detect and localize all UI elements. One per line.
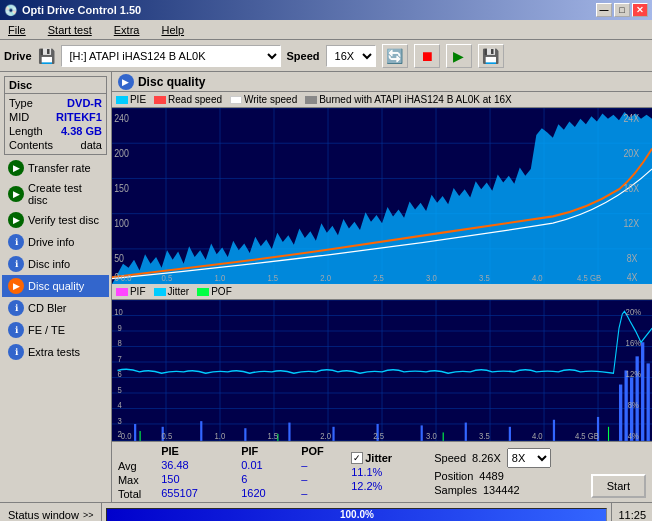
svg-text:100: 100 xyxy=(114,217,129,229)
menu-bar: File Start test Extra Help xyxy=(0,20,652,40)
refresh-button[interactable]: 🔄 xyxy=(382,44,408,68)
legend-burned-label: Burned with ATAPI iHAS124 B AL0K at 16X xyxy=(319,94,512,105)
legend-pie-label: PIE xyxy=(130,94,146,105)
legend-burned: Burned with ATAPI iHAS124 B AL0K at 16X xyxy=(305,94,512,105)
bottom-chart-svg: 10 9 8 7 6 5 4 3 2 20% 16% 12% 8% 4% xyxy=(112,300,652,441)
minimize-button[interactable]: — xyxy=(596,3,612,17)
legend-write-speed: Write speed xyxy=(230,94,297,105)
svg-rect-72 xyxy=(641,342,644,441)
sidebar-item-extra-tests[interactable]: ℹ Extra tests xyxy=(2,341,109,363)
svg-text:12%: 12% xyxy=(626,369,642,380)
menu-starttest[interactable]: Start test xyxy=(42,22,98,38)
pof-total: – xyxy=(301,487,331,499)
sidebar-item-cd-bler[interactable]: ℹ CD Bler xyxy=(2,297,109,319)
legend-jitter-label: Jitter xyxy=(168,286,190,297)
save-button[interactable]: 💾 xyxy=(478,44,504,68)
app-title: Opti Drive Control 1.50 xyxy=(22,4,141,16)
svg-text:3.0: 3.0 xyxy=(426,273,437,284)
close-button[interactable]: ✕ xyxy=(632,3,648,17)
pof-max: – xyxy=(301,473,331,485)
sidebar-item-drive-info[interactable]: ℹ Drive info xyxy=(2,231,109,253)
sidebar-item-fe-te[interactable]: ℹ FE / TE xyxy=(2,319,109,341)
svg-text:4: 4 xyxy=(117,400,121,411)
disc-contents-label: Contents xyxy=(9,139,53,151)
content-area: ▶ Disc quality PIE Read speed Write spee… xyxy=(112,72,652,502)
stats-jitter-col: ✓ Jitter 11.1% 12.2% xyxy=(351,452,406,492)
svg-text:4%: 4% xyxy=(628,431,639,441)
disc-length-value: 4.38 GB xyxy=(61,125,102,137)
svg-text:2.0: 2.0 xyxy=(320,273,331,284)
extra-tests-icon: ℹ xyxy=(8,344,24,360)
disc-info-icon: ℹ xyxy=(8,256,24,272)
jitter-checkbox[interactable]: ✓ xyxy=(351,452,363,464)
svg-text:8X: 8X xyxy=(627,253,638,265)
sidebar-item-verify-test-disc[interactable]: ▶ Verify test disc xyxy=(2,209,109,231)
sidebar: Disc Type DVD-R MID RITEKF1 Length 4.38 … xyxy=(0,72,112,502)
svg-rect-68 xyxy=(619,385,622,441)
disc-type-label: Type xyxy=(9,97,33,109)
stats-total-label: Total xyxy=(118,488,141,500)
svg-text:1.5: 1.5 xyxy=(267,273,278,284)
sidebar-item-create-test-disc[interactable]: ▶ Create test disc xyxy=(2,179,109,209)
pie-avg: 36.48 xyxy=(161,459,221,471)
verify-test-icon: ▶ xyxy=(8,212,24,228)
svg-text:0: 0 xyxy=(114,272,119,284)
svg-text:50: 50 xyxy=(114,253,124,265)
svg-rect-66 xyxy=(553,420,555,441)
pof-header: POF xyxy=(301,445,331,457)
legend-pof-color xyxy=(197,288,209,296)
svg-text:200: 200 xyxy=(114,147,129,159)
svg-text:1.0: 1.0 xyxy=(214,431,225,441)
play-button[interactable]: ▶ xyxy=(446,44,472,68)
top-chart-svg: 240 200 150 100 50 0 24X 20X 16X 12X 8X … xyxy=(112,108,652,284)
sidebar-item-disc-info[interactable]: ℹ Disc info xyxy=(2,253,109,275)
legend-pie-color xyxy=(116,96,128,104)
svg-rect-59 xyxy=(244,428,246,441)
disc-row-contents: Contents data xyxy=(9,138,102,152)
svg-text:2.0: 2.0 xyxy=(320,431,331,441)
drive-icon: 💾 xyxy=(38,48,55,64)
legend-read-color xyxy=(154,96,166,104)
fe-te-label: FE / TE xyxy=(28,324,65,336)
stats-pof-col: POF – – – xyxy=(301,445,331,499)
svg-text:0.0: 0.0 xyxy=(121,273,132,284)
maximize-button[interactable]: □ xyxy=(614,3,630,17)
legend-pof-label: POF xyxy=(211,286,232,297)
svg-text:8: 8 xyxy=(117,338,121,349)
stop-button[interactable]: ⏹ xyxy=(414,44,440,68)
content-header-icon: ▶ xyxy=(118,74,134,90)
pif-avg: 0.01 xyxy=(241,459,281,471)
disc-mid-label: MID xyxy=(9,111,29,123)
pif-total: 1620 xyxy=(241,487,281,499)
svg-rect-65 xyxy=(509,427,511,441)
menu-file[interactable]: File xyxy=(2,22,32,38)
pof-avg: – xyxy=(301,459,331,471)
stats-labels-col: Avg Max Total xyxy=(118,444,141,500)
stats-pie-col: PIE 36.48 150 655107 xyxy=(161,445,221,499)
svg-text:2.5: 2.5 xyxy=(373,273,384,284)
svg-text:2.5: 2.5 xyxy=(373,431,384,441)
transfer-rate-label: Transfer rate xyxy=(28,162,91,174)
pif-max: 6 xyxy=(241,473,281,485)
speed-select[interactable]: 16X xyxy=(326,45,376,67)
svg-text:3: 3 xyxy=(117,415,121,426)
transfer-rate-icon: ▶ xyxy=(8,160,24,176)
legend-pof: POF xyxy=(197,286,232,297)
create-test-icon: ▶ xyxy=(8,186,24,202)
status-window-panel[interactable]: Status window >> xyxy=(0,503,102,521)
stats-max-label: Max xyxy=(118,474,141,486)
menu-extra[interactable]: Extra xyxy=(108,22,146,38)
svg-text:6: 6 xyxy=(117,369,121,380)
title-bar-left: 💿 Opti Drive Control 1.50 xyxy=(4,4,141,17)
disc-row-length: Length 4.38 GB xyxy=(9,124,102,138)
speed-output-select[interactable]: 8X xyxy=(507,448,551,468)
drive-select[interactable]: [H:] ATAPI iHAS124 B AL0K xyxy=(61,45,281,67)
disc-header: Disc xyxy=(5,77,106,94)
sidebar-item-disc-quality[interactable]: ▶ Disc quality xyxy=(2,275,109,297)
menu-help[interactable]: Help xyxy=(155,22,190,38)
samples-row: Samples 134442 xyxy=(434,484,551,496)
svg-text:4X: 4X xyxy=(627,272,638,284)
start-button[interactable]: Start xyxy=(591,474,646,498)
sidebar-item-transfer-rate[interactable]: ▶ Transfer rate xyxy=(2,157,109,179)
legend-burned-color xyxy=(305,96,317,104)
